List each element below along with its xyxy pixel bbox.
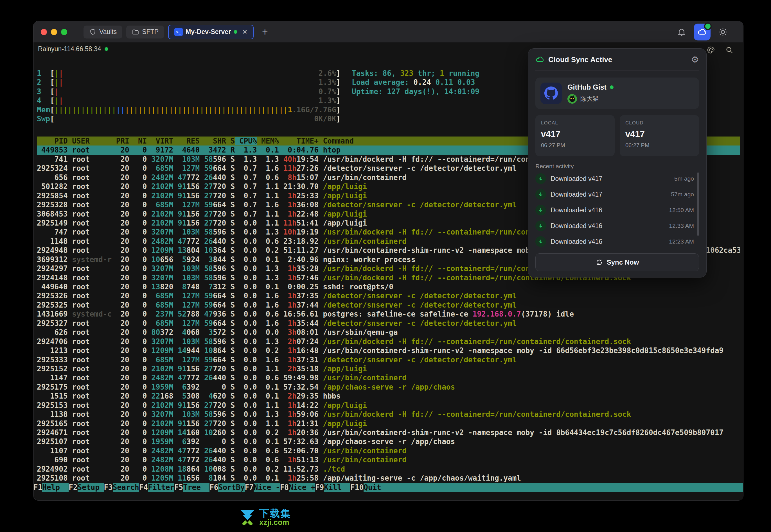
process-row[interactable]: 2925325 root 20 0 685M 127M 59664 S 0.0 … xyxy=(37,301,740,310)
github-icon xyxy=(540,83,562,104)
host-label: Rainyun-114.66.58.34 xyxy=(38,45,108,53)
github-gist-card[interactable]: GitHub Gist 陈大猫 xyxy=(535,78,699,109)
tab-sftp[interactable]: SFTP xyxy=(126,26,164,38)
watermark: 下载集 xzji.com xyxy=(239,508,291,526)
provider-status-dot xyxy=(610,85,614,89)
function-key-bar: F1Help F2Setup F3SearchF4FilterF5Tree F6… xyxy=(33,483,743,492)
download-icon xyxy=(535,236,546,247)
fkey-action-sortby[interactable]: SortBy xyxy=(218,483,245,492)
gear-icon[interactable]: ⚙ xyxy=(691,54,699,65)
download-icon xyxy=(535,189,546,200)
process-row[interactable]: 1213 root 20 0 1209M 14944 10864 S 0.0 0… xyxy=(37,346,740,355)
fkey-f8[interactable]: F8 xyxy=(280,483,289,492)
process-row[interactable]: 2925326 root 20 0 685M 127M 59664 S 0.0 … xyxy=(37,291,740,300)
fkey-action-kill[interactable]: Kill xyxy=(324,483,350,492)
fkey-action-tree[interactable]: Tree xyxy=(183,483,210,492)
close-tab-icon[interactable]: ✕ xyxy=(243,29,248,35)
process-row[interactable]: 690 root 20 0 2482M 47772 26440 S 0.0 0.… xyxy=(37,455,740,464)
minimize-window-button[interactable] xyxy=(51,29,57,35)
palette-icon[interactable] xyxy=(707,46,715,54)
process-row[interactable]: 626 root 20 0 80372 4068 3572 S 0.0 0.0 … xyxy=(37,328,740,337)
fkey-f7[interactable]: F7 xyxy=(245,483,253,492)
scrollbar-thumb[interactable] xyxy=(697,172,699,236)
fkey-action-quit[interactable]: Quit xyxy=(364,483,390,492)
host-status-dot xyxy=(105,47,108,51)
tab-label: SFTP xyxy=(142,28,158,36)
shield-icon xyxy=(89,28,96,36)
process-row[interactable]: 2925333 root 20 0 685M 127M 59664 S 0.0 … xyxy=(37,355,740,364)
fkey-f1[interactable]: F1 xyxy=(33,483,42,492)
activity-label: Downloaded v417 xyxy=(550,191,666,198)
fkey-action-nice -[interactable]: Nice - xyxy=(254,483,280,492)
close-window-button[interactable] xyxy=(41,29,47,35)
zoom-window-button[interactable] xyxy=(61,29,67,35)
tab-my-dev-server[interactable]: >_ My-Dev-Server ✕ xyxy=(168,25,254,39)
activity-time: 12:33 AM xyxy=(669,222,694,229)
process-row[interactable]: 2925108 root 20 0 1205M 11656 8104 S 0.0… xyxy=(37,474,740,483)
fkey-f4[interactable]: F4 xyxy=(139,483,148,492)
fkey-f6[interactable]: F6 xyxy=(210,483,218,492)
activity-label: Downloaded v416 xyxy=(550,238,665,245)
new-tab-button[interactable]: + xyxy=(262,26,268,38)
activity-item: Downloaded v41757m ago xyxy=(535,187,699,202)
process-row[interactable]: 2925165 root 20 0 2102M 91156 27720 S 0.… xyxy=(37,419,740,428)
search-icon[interactable] xyxy=(725,46,734,54)
tab-label: Vaults xyxy=(99,28,117,36)
activity-item: Downloaded v41612:23 AM xyxy=(535,234,699,249)
tab-vaults[interactable]: Vaults xyxy=(83,26,122,38)
sync-now-label: Sync Now xyxy=(607,258,639,266)
terminal-icon: >_ xyxy=(174,28,183,36)
fkey-f9[interactable]: F9 xyxy=(315,483,324,492)
fkey-action-search[interactable]: Search xyxy=(113,483,139,492)
activity-time: 5m ago xyxy=(674,175,694,182)
activity-list[interactable]: Downloaded v4175m agoDownloaded v41757m … xyxy=(535,171,699,249)
process-row[interactable]: 2924902 root 20 0 1208M 18864 10008 S 0.… xyxy=(37,465,740,474)
activity-item: Downloaded v41612:33 AM xyxy=(535,218,699,234)
cloud-icon xyxy=(535,55,544,64)
process-row[interactable]: 2925327 root 20 0 685M 127M 59664 S 0.0 … xyxy=(37,319,740,328)
process-row[interactable]: 2924671 root 20 0 1209M 14160 10260 S 0.… xyxy=(37,428,740,437)
sync-now-button[interactable]: Sync Now xyxy=(535,253,699,271)
activity-item: Downloaded v41612:50 AM xyxy=(535,202,699,218)
connection-status-dot xyxy=(234,30,237,34)
xzji-logo-icon xyxy=(239,508,257,526)
download-icon xyxy=(535,173,546,184)
fkey-f2[interactable]: F2 xyxy=(69,483,77,492)
fkey-action-filter[interactable]: Filter xyxy=(148,483,174,492)
process-row[interactable]: 2924706 root 20 0 3207M 103M 58596 S 0.0… xyxy=(37,337,740,346)
theme-sun-icon[interactable] xyxy=(718,27,728,37)
htop-summary: Tasks: 86, 323 thr; 1 runningLoad averag… xyxy=(352,69,479,96)
fkey-f3[interactable]: F3 xyxy=(104,483,112,492)
fkey-f10[interactable]: F10 xyxy=(350,483,364,492)
tab-label: My-Dev-Server xyxy=(185,28,231,36)
process-row[interactable]: 2925175 root 20 0 1959M 6392 0 S 0.0 0.1… xyxy=(37,383,740,392)
provider-name: GitHub Gist xyxy=(567,83,607,91)
process-row[interactable]: 1431669 systemd-c 20 0 237M 52788 47936 … xyxy=(37,310,740,319)
process-row[interactable]: 2925152 root 20 0 2102M 91156 27720 S 0.… xyxy=(37,364,740,373)
traffic-lights xyxy=(41,29,67,35)
bell-icon[interactable] xyxy=(677,27,686,37)
local-version-card: LOCAL v417 06:27 PM xyxy=(535,115,615,156)
cloud-sync-button[interactable] xyxy=(694,24,711,40)
process-row[interactable]: 1515 root 20 0 22168 5308 4620 S 0.0 0.1… xyxy=(37,392,740,401)
avatar xyxy=(567,94,577,104)
activity-label: Downloaded v416 xyxy=(550,206,665,214)
process-row[interactable]: 2925107 root 20 0 1959M 6392 0 S 0.0 0.1… xyxy=(37,437,740,446)
process-row[interactable]: 1107 root 20 0 2482M 47772 26440 S 0.0 0… xyxy=(37,446,740,455)
process-row[interactable]: 449640 root 20 0 13820 8748 7312 S 0.0 0… xyxy=(37,282,740,291)
download-icon xyxy=(535,205,546,215)
activity-item: Downloaded v4175m ago xyxy=(535,171,699,187)
cloud-version-card: CLOUD v417 06:27 PM xyxy=(620,115,699,156)
process-row[interactable]: 1138 root 20 0 3207M 103M 58596 S 0.0 1.… xyxy=(37,410,740,419)
activity-label: Downloaded v417 xyxy=(550,175,670,183)
sync-icon xyxy=(596,259,603,266)
cloud-version: v417 xyxy=(625,129,693,139)
fkey-f5[interactable]: F5 xyxy=(174,483,183,492)
htop-meters: 1 [|| 2.6%]2 [|| 1.3%]3 [| xyxy=(37,69,341,124)
fkey-action-setup[interactable]: Setup xyxy=(78,483,104,492)
process-row[interactable]: 2925153 root 20 0 2102M 91156 27720 S 0.… xyxy=(37,401,740,410)
activity-time: 57m ago xyxy=(671,191,694,198)
process-row[interactable]: 1147 root 20 0 2482M 47772 26440 S 0.0 0… xyxy=(37,373,740,382)
fkey-action-nice +[interactable]: Nice + xyxy=(289,483,315,492)
fkey-action-help[interactable]: Help xyxy=(42,483,69,492)
